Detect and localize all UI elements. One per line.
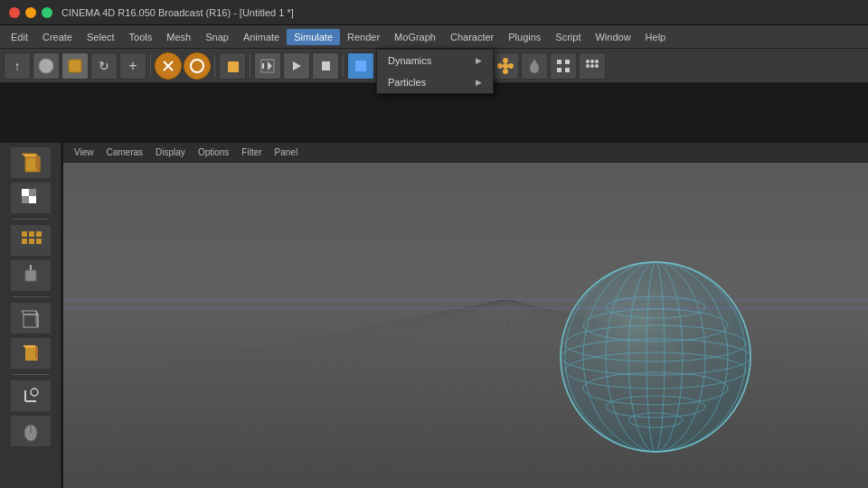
anim-stop[interactable]: [312, 52, 339, 80]
toolbar-obj2[interactable]: [61, 52, 89, 80]
svg-marker-10: [322, 61, 330, 70]
menu-character[interactable]: Character: [443, 29, 501, 45]
svg-rect-41: [29, 231, 34, 237]
svg-point-0: [39, 59, 53, 73]
svg-rect-36: [22, 189, 29, 196]
svg-rect-24: [565, 60, 570, 64]
svg-rect-45: [36, 239, 42, 244]
left-sep2: [13, 296, 49, 297]
svg-point-27: [586, 60, 590, 63]
menu-window[interactable]: Window: [588, 29, 637, 45]
sep2: [214, 55, 215, 77]
simulate-dropdown: Dynamics ▶ Particles ▶: [376, 49, 494, 94]
svg-rect-25: [557, 68, 561, 72]
svg-rect-46: [25, 270, 36, 281]
left-orange-cube[interactable]: [10, 337, 52, 370]
left-checker[interactable]: [10, 182, 52, 214]
svg-point-29: [595, 60, 599, 63]
anim-play[interactable]: [283, 52, 310, 80]
menu-render[interactable]: Render: [340, 29, 387, 45]
svg-marker-50: [36, 311, 38, 327]
menu-tools[interactable]: Tools: [122, 29, 160, 45]
svg-rect-23: [557, 60, 561, 64]
svg-marker-35: [36, 154, 40, 172]
menu-create[interactable]: Create: [35, 29, 80, 45]
toolbar-circle[interactable]: [184, 52, 211, 80]
dynamics-arrow: ▶: [476, 56, 482, 65]
svg-rect-26: [565, 68, 570, 72]
svg-point-32: [595, 64, 599, 68]
vp-display[interactable]: Display: [150, 145, 191, 159]
particles-label: Particles: [388, 77, 426, 88]
menu-mograph[interactable]: MoGraph: [387, 29, 443, 45]
toolbar-teardrop[interactable]: [521, 52, 548, 80]
maximize-button[interactable]: [42, 7, 52, 18]
vp-panel[interactable]: Panel: [269, 145, 304, 159]
toolbar-cube[interactable]: [219, 52, 246, 80]
toolbar-obj1[interactable]: [33, 52, 60, 80]
toolbar-grid[interactable]: [550, 52, 577, 80]
left-wireframe-cube[interactable]: [10, 302, 52, 334]
left-mouse[interactable]: [10, 415, 52, 447]
sphere-svg: [552, 253, 760, 461]
menu-snap[interactable]: Snap: [198, 29, 236, 45]
left-rotate-obj[interactable]: [10, 259, 52, 292]
svg-point-20: [503, 69, 508, 74]
menu-script[interactable]: Script: [548, 29, 588, 45]
toolbar-x[interactable]: [155, 52, 182, 80]
left-sep3: [13, 374, 49, 375]
menu-mesh[interactable]: Mesh: [159, 29, 198, 45]
viewport-content[interactable]: Perspective: [63, 163, 868, 488]
sep4: [343, 55, 344, 77]
left-sep1: [13, 219, 49, 220]
svg-point-56: [31, 389, 38, 396]
svg-marker-22: [531, 59, 538, 66]
sphere-3d: [552, 253, 760, 461]
left-arrow-tool[interactable]: [10, 380, 52, 412]
menu-plugins[interactable]: Plugins: [501, 29, 548, 45]
svg-point-31: [590, 64, 594, 68]
sep1: [150, 55, 151, 77]
left-cube[interactable]: [10, 146, 52, 179]
vp-options[interactable]: Options: [193, 145, 234, 159]
menu-edit[interactable]: Edit: [4, 29, 35, 45]
svg-rect-37: [29, 189, 36, 196]
svg-rect-39: [29, 196, 36, 203]
svg-rect-44: [29, 239, 34, 244]
particles-arrow: ▶: [476, 78, 482, 87]
svg-marker-49: [22, 311, 38, 314]
menu-select[interactable]: Select: [80, 29, 122, 45]
left-tiles[interactable]: [10, 224, 52, 257]
sep3: [250, 55, 250, 77]
dropdown-particles[interactable]: Particles ▶: [377, 71, 493, 93]
svg-point-16: [503, 63, 508, 69]
dropdown-dynamics[interactable]: Dynamics ▶: [377, 50, 493, 71]
window-title: CINEMA 4D R16.050 Broadcast (R16) - [Unt…: [61, 7, 294, 18]
toolbar-rotate[interactable]: ↻: [90, 52, 118, 80]
svg-point-4: [191, 60, 203, 72]
svg-point-30: [586, 64, 590, 68]
menu-help[interactable]: Help: [638, 29, 674, 45]
menu-simulate[interactable]: Simulate: [287, 29, 340, 45]
svg-point-28: [590, 60, 594, 63]
svg-rect-42: [36, 231, 42, 237]
toolbar-add[interactable]: +: [119, 52, 146, 80]
toolbar-cube2[interactable]: [347, 52, 374, 80]
minimize-button[interactable]: [25, 7, 36, 18]
close-button[interactable]: [9, 7, 20, 18]
vp-cameras[interactable]: Cameras: [101, 145, 149, 159]
toolbar-move[interactable]: ↑: [4, 52, 31, 80]
viewport: View Cameras Display Options Filter Pane…: [63, 143, 868, 488]
svg-point-60: [561, 262, 750, 452]
svg-point-19: [497, 63, 503, 69]
svg-rect-43: [22, 239, 27, 244]
anim-record[interactable]: [254, 52, 281, 80]
toolbar-dots[interactable]: [579, 52, 606, 80]
menu-animate[interactable]: Animate: [236, 29, 287, 45]
left-toolbar: [0, 143, 61, 488]
svg-rect-11: [355, 61, 366, 71]
toolbar-flower[interactable]: [492, 52, 519, 80]
vp-view[interactable]: View: [69, 145, 99, 159]
vp-filter[interactable]: Filter: [236, 145, 267, 159]
svg-point-18: [508, 63, 514, 69]
